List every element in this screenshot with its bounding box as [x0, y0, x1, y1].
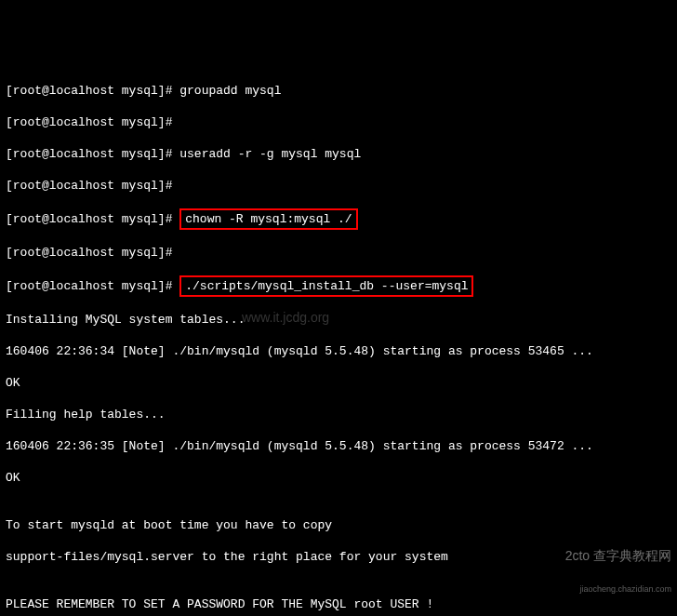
output-line: support-files/mysql.server to the right … [6, 549, 671, 565]
output-line: Filling help tables... [6, 407, 671, 422]
shell-prompt: [root@localhost mysql]# [6, 147, 179, 161]
highlighted-install: ./scripts/mysql_install_db --user=mysql [179, 275, 473, 297]
terminal-output[interactable]: [root@localhost mysql]# groupadd mysql [… [6, 67, 671, 616]
shell-prompt: [root@localhost mysql]# [6, 246, 179, 260]
output-line: PLEASE REMEMBER TO SET A PASSWORD FOR TH… [6, 596, 671, 612]
highlighted-chown: chown -R mysql:mysql ./ [179, 208, 357, 230]
cmd-groupadd: groupadd mysql [179, 84, 281, 98]
output-line: 160406 22:36:35 [Note] ./bin/mysqld (mys… [6, 438, 671, 454]
shell-prompt: [root@localhost mysql]# [6, 179, 179, 193]
output-line: OK [6, 375, 671, 391]
shell-prompt: [root@localhost mysql]# [6, 115, 179, 129]
output-line: To start mysqld at boot time you have to… [6, 517, 671, 533]
output-line: Installing MySQL system tables... [6, 312, 671, 328]
output-line: 160406 22:36:34 [Note] ./bin/mysqld (mys… [6, 343, 671, 359]
cmd-useradd: useradd -r -g mysql mysql [179, 147, 361, 161]
shell-prompt: [root@localhost mysql]# [6, 212, 179, 226]
shell-prompt: [root@localhost mysql]# [6, 84, 179, 98]
output-line: OK [6, 470, 671, 486]
shell-prompt: [root@localhost mysql]# [6, 279, 179, 293]
